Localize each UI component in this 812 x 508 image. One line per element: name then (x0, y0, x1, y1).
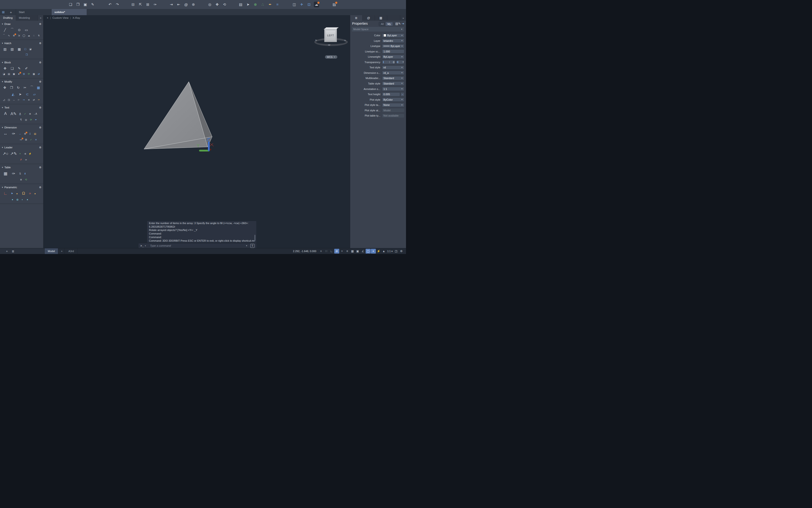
ruler-dimension-tool[interactable]: ▤ (33, 132, 37, 135)
property-field-linetype-sc-[interactable]: 1.000 (382, 49, 404, 53)
filter-all-button[interactable]: All (379, 22, 386, 26)
save-file-icon[interactable]: ▣ (83, 2, 88, 7)
drawing-preview-icon[interactable]: ⊡ (306, 2, 312, 7)
attribute-manager-tool[interactable]: ▦ (32, 72, 36, 76)
document-tab-solidos[interactable]: solidos* (51, 9, 87, 15)
dimension-tool[interactable]: ↔ (2, 130, 9, 137)
new-file-icon[interactable]: ❏ (68, 2, 73, 7)
standards-check-icon[interactable]: ✒ (268, 2, 273, 7)
collapse-caret-icon[interactable]: ▾ (2, 146, 3, 149)
collapse-caret-icon[interactable]: ▾ (2, 42, 3, 44)
graphics-performance-icon[interactable]: ◳ (394, 249, 399, 254)
linear-dimension-tool[interactable]: ↔ (18, 132, 22, 135)
match-tool[interactable]: ⇄ (32, 98, 36, 101)
freehand-tool[interactable]: ↯ (37, 34, 41, 37)
property-field-plot-style[interactable]: ByColor▼ (382, 97, 404, 101)
tetrahedron-solid[interactable] (144, 82, 212, 149)
tab-drafting[interactable]: Drafting (0, 15, 16, 20)
property-field-color[interactable]: ByLayer▼ (382, 34, 404, 38)
attachments-tab[interactable]: @ (362, 15, 375, 20)
property-field-dimension-s-[interactable]: rd_a▼ (382, 71, 404, 75)
boundary-tool[interactable]: ▢ (23, 47, 27, 51)
hatch-image-tool[interactable]: ▧ (9, 46, 15, 52)
pdf-text-settings-tool[interactable]: ✒ (34, 118, 38, 122)
print-icon[interactable]: ⊟ (130, 2, 136, 7)
convert-icon[interactable]: ∴ (260, 2, 265, 7)
properties-settings-icon[interactable]: ▤✎ (395, 22, 401, 26)
scale-tool[interactable]: ◿ (2, 98, 6, 101)
pick-text-height-button[interactable]: ↔ (400, 92, 404, 96)
chevron-down-icon[interactable]: ▼ (145, 245, 146, 247)
align-leaders-tool[interactable]: ⇉ (23, 152, 27, 156)
annotation-visibility-icon[interactable]: ▲ (381, 249, 386, 254)
3d-align-tool[interactable]: ◳ (7, 98, 11, 101)
collapse-caret-icon[interactable]: ▾ (2, 23, 3, 25)
remove-leader-tool[interactable]: ✗ (19, 158, 23, 161)
update-constraints-tool[interactable]: ⟳ (28, 192, 32, 195)
match-properties-tool[interactable]: ✑ (37, 98, 41, 101)
table-tool[interactable]: ▦ (2, 170, 9, 177)
export-table-tool[interactable]: S (18, 172, 22, 175)
baseline-dimension-tool[interactable]: ↧ (28, 132, 32, 135)
property-field-layer[interactable]: tetaedro▼ (382, 39, 404, 43)
geolocation-icon[interactable]: ⊕ (253, 2, 258, 7)
copy-tool[interactable]: ❐ (8, 85, 14, 90)
spline-tool[interactable]: ∿ (7, 34, 11, 37)
add-to-block-tool[interactable]: ⊞ (22, 72, 26, 76)
measure-tool[interactable]: ⇲ (17, 34, 21, 37)
find-text-tool[interactable]: ◎ (24, 118, 28, 122)
save-to-web-icon[interactable]: ⊛ (191, 2, 196, 7)
viewcube-face-label[interactable]: LEFT (327, 34, 334, 37)
attribute-display-tool[interactable]: ▤ (7, 72, 11, 76)
annotation-autoscale-icon[interactable]: ⚡ (376, 249, 381, 254)
mirror-tool[interactable]: ◭ (10, 91, 16, 97)
property-field-annotation-s-[interactable]: 1:1▼ (382, 87, 404, 91)
text-style-tool[interactable]: A✎ (10, 111, 17, 117)
arc-segment-tool[interactable]: ⌒ (2, 34, 6, 37)
collect-leaders-tool[interactable]: ∞ (24, 158, 28, 161)
transparency-mode-dropdown[interactable]: ≣▼ (396, 60, 404, 64)
lengthen-tool[interactable]: ⊢ (17, 98, 21, 101)
collapse-caret-icon[interactable]: ▾ (2, 107, 3, 109)
drawing-viewport[interactable]: + | Custom View | X-Ray (43, 15, 350, 248)
undock-panel-icon[interactable]: ⇥ (401, 22, 404, 26)
gradient-tool[interactable]: ▩ (16, 46, 22, 52)
line-tool[interactable]: ╱ (2, 27, 8, 33)
hatch-tag-tool[interactable]: ◪ (28, 47, 32, 51)
center-mark-tool[interactable]: ⊕ (23, 132, 27, 135)
collapse-caret-icon[interactable]: ▾ (2, 186, 3, 188)
replace-block-tool[interactable]: ⇄ (37, 72, 41, 76)
join-tool[interactable]: ↣ (22, 98, 26, 101)
whats-new-icon[interactable]: ▤ (332, 2, 337, 7)
layout-tab-A3rd[interactable]: A3rd (65, 248, 77, 254)
command-scrollbar[interactable] (255, 235, 256, 241)
update-table-tool[interactable]: ⟲ (24, 177, 28, 181)
move-tool[interactable]: ✥ (2, 85, 8, 90)
attribute-sync-tool[interactable]: ⟳ (27, 72, 31, 76)
property-field-table-style[interactable]: Standard▼ (382, 81, 404, 85)
ortho-mode-icon[interactable]: ∟ (329, 249, 334, 254)
layout-compare-icon[interactable]: ◫ (292, 2, 297, 7)
dimensional-constraint-tool[interactable]: Ω (20, 190, 27, 197)
dimension-style-tool[interactable]: ✑ (10, 130, 17, 137)
single-text-tool[interactable]: A (18, 112, 22, 116)
new-drawing-tab-button[interactable]: + (8, 10, 13, 14)
dim-constraint-dynamic-tool[interactable]: ◐ (21, 198, 25, 201)
add-layout-tab-button[interactable]: + (59, 248, 65, 254)
polyline-tool[interactable]: ≣ (12, 34, 16, 37)
attribute-editor-tool[interactable]: ✐ (23, 65, 30, 71)
save-as-icon[interactable]: ✎ (90, 2, 95, 7)
hatch-set-origin-tool[interactable]: ❒ (25, 53, 29, 56)
geometric-constraint-tool[interactable]: ∟ (2, 190, 9, 197)
tolerance-tool[interactable]: ⊞ (24, 138, 28, 141)
point-tool[interactable]: ∴ (32, 34, 36, 37)
orbit-icon[interactable]: ⟲ (222, 2, 227, 7)
circle-tool[interactable]: ⊙ (16, 27, 22, 33)
autodesk-docs-icon[interactable]: ☁ (314, 2, 319, 7)
zoom-window-icon[interactable]: ◎ (207, 2, 212, 7)
dimension-break-tool[interactable]: ✕ (34, 138, 38, 141)
window-layout-icon[interactable]: ⊞ (1, 10, 5, 14)
spell-check-tool[interactable]: ✓ (23, 112, 27, 116)
text-height-input[interactable]: 0.005 (382, 92, 400, 96)
property-field-lineweight[interactable]: ByLayer▼ (382, 55, 404, 59)
